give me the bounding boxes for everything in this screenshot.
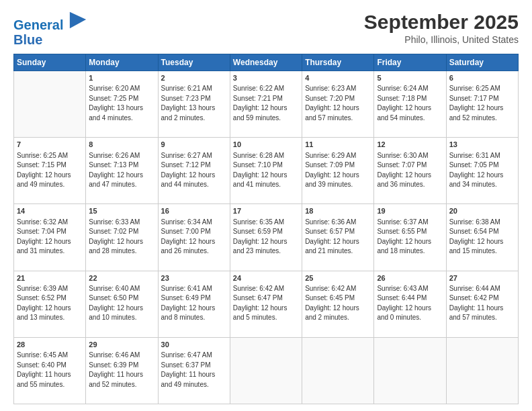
day-info: Sunrise: 6:41 AMSunset: 6:49 PMDaylight:… — [161, 284, 227, 323]
day-cell: 29Sunrise: 6:46 AMSunset: 6:39 PMDayligh… — [86, 337, 158, 404]
day-cell: 14Sunrise: 6:32 AMSunset: 7:04 PMDayligh… — [14, 204, 86, 271]
day-info: Sunrise: 6:20 AMSunset: 7:25 PMDaylight:… — [89, 84, 154, 123]
day-cell: 20Sunrise: 6:38 AMSunset: 6:54 PMDayligh… — [446, 204, 518, 271]
day-number: 2 — [161, 73, 227, 83]
day-info: Sunrise: 6:30 AMSunset: 7:07 PMDaylight:… — [377, 151, 443, 190]
day-number: 8 — [89, 140, 154, 150]
day-cell: 11Sunrise: 6:29 AMSunset: 7:09 PMDayligh… — [302, 138, 374, 204]
day-cell: 8Sunrise: 6:26 AMSunset: 7:13 PMDaylight… — [86, 138, 158, 204]
page: General Blue September 2025 Philo, Illin… — [0, 0, 532, 411]
day-number: 15 — [89, 206, 154, 216]
day-number: 5 — [377, 73, 443, 83]
day-number: 13 — [449, 140, 515, 150]
day-number: 25 — [305, 273, 371, 283]
day-number: 23 — [161, 273, 227, 283]
day-info: Sunrise: 6:31 AMSunset: 7:05 PMDaylight:… — [449, 151, 515, 190]
day-info: Sunrise: 6:28 AMSunset: 7:10 PMDaylight:… — [233, 151, 299, 190]
day-cell: 2Sunrise: 6:21 AMSunset: 7:23 PMDaylight… — [158, 71, 230, 138]
day-number: 30 — [161, 340, 227, 350]
day-info: Sunrise: 6:29 AMSunset: 7:09 PMDaylight:… — [305, 151, 371, 190]
calendar-table: SundayMondayTuesdayWednesdayThursdayFrid… — [13, 54, 519, 404]
day-info: Sunrise: 6:36 AMSunset: 6:57 PMDaylight:… — [305, 218, 371, 257]
day-number: 20 — [449, 206, 515, 216]
day-cell: 21Sunrise: 6:39 AMSunset: 6:52 PMDayligh… — [14, 271, 86, 337]
day-cell — [374, 337, 446, 404]
day-cell: 28Sunrise: 6:45 AMSunset: 6:40 PMDayligh… — [14, 337, 86, 404]
day-number: 18 — [305, 206, 371, 216]
header: General Blue September 2025 Philo, Illin… — [13, 11, 519, 47]
day-info: Sunrise: 6:27 AMSunset: 7:12 PMDaylight:… — [161, 151, 227, 190]
day-number: 16 — [161, 206, 227, 216]
day-number: 19 — [377, 206, 443, 216]
day-info: Sunrise: 6:26 AMSunset: 7:13 PMDaylight:… — [89, 151, 154, 190]
day-info: Sunrise: 6:35 AMSunset: 6:59 PMDaylight:… — [233, 218, 299, 257]
day-number: 7 — [17, 140, 83, 150]
day-cell — [230, 337, 302, 404]
day-number: 14 — [17, 206, 83, 216]
day-info: Sunrise: 6:47 AMSunset: 6:37 PMDaylight:… — [161, 351, 227, 390]
day-number: 17 — [233, 206, 299, 216]
week-row-3: 21Sunrise: 6:39 AMSunset: 6:52 PMDayligh… — [14, 271, 519, 337]
day-info: Sunrise: 6:33 AMSunset: 7:02 PMDaylight:… — [89, 218, 154, 257]
day-number: 24 — [233, 273, 299, 283]
day-header-sunday: Sunday — [14, 54, 86, 71]
day-cell: 13Sunrise: 6:31 AMSunset: 7:05 PMDayligh… — [446, 138, 518, 204]
day-cell: 7Sunrise: 6:25 AMSunset: 7:15 PMDaylight… — [14, 138, 86, 204]
svg-marker-0 — [70, 12, 86, 28]
day-number: 3 — [233, 73, 299, 83]
day-number: 27 — [449, 273, 515, 283]
day-info: Sunrise: 6:45 AMSunset: 6:40 PMDaylight:… — [17, 351, 83, 390]
day-cell: 18Sunrise: 6:36 AMSunset: 6:57 PMDayligh… — [302, 204, 374, 271]
day-cell: 10Sunrise: 6:28 AMSunset: 7:10 PMDayligh… — [230, 138, 302, 204]
day-info: Sunrise: 6:25 AMSunset: 7:17 PMDaylight:… — [449, 84, 515, 123]
month-title: September 2025 — [364, 11, 519, 33]
day-info: Sunrise: 6:42 AMSunset: 6:45 PMDaylight:… — [305, 284, 371, 323]
day-cell — [446, 337, 518, 404]
day-cell: 24Sunrise: 6:42 AMSunset: 6:47 PMDayligh… — [230, 271, 302, 337]
day-info: Sunrise: 6:22 AMSunset: 7:21 PMDaylight:… — [233, 84, 299, 123]
day-cell: 23Sunrise: 6:41 AMSunset: 6:49 PMDayligh… — [158, 271, 230, 337]
day-number: 29 — [89, 340, 154, 350]
day-cell — [302, 337, 374, 404]
day-info: Sunrise: 6:25 AMSunset: 7:15 PMDaylight:… — [17, 151, 83, 190]
day-info: Sunrise: 6:34 AMSunset: 7:00 PMDaylight:… — [161, 218, 227, 257]
logo: General Blue — [13, 11, 87, 47]
day-header-wednesday: Wednesday — [230, 54, 302, 71]
day-number: 6 — [449, 73, 515, 83]
day-info: Sunrise: 6:38 AMSunset: 6:54 PMDaylight:… — [449, 218, 515, 257]
logo-general: General — [13, 17, 63, 32]
day-info: Sunrise: 6:21 AMSunset: 7:23 PMDaylight:… — [161, 84, 227, 123]
day-number: 28 — [17, 340, 83, 350]
day-cell: 16Sunrise: 6:34 AMSunset: 7:00 PMDayligh… — [158, 204, 230, 271]
day-number: 10 — [233, 140, 299, 150]
day-info: Sunrise: 6:43 AMSunset: 6:44 PMDaylight:… — [377, 284, 443, 323]
day-number: 4 — [305, 73, 371, 83]
day-cell: 15Sunrise: 6:33 AMSunset: 7:02 PMDayligh… — [86, 204, 158, 271]
day-number: 26 — [377, 273, 443, 283]
day-number: 11 — [305, 140, 371, 150]
day-number: 12 — [377, 140, 443, 150]
location: Philo, Illinois, United States — [364, 34, 519, 45]
day-cell: 30Sunrise: 6:47 AMSunset: 6:37 PMDayligh… — [158, 337, 230, 404]
day-header-monday: Monday — [86, 54, 158, 71]
day-cell: 19Sunrise: 6:37 AMSunset: 6:55 PMDayligh… — [374, 204, 446, 271]
logo-icon — [69, 11, 87, 30]
day-header-saturday: Saturday — [446, 54, 518, 71]
day-cell — [14, 71, 86, 138]
title-block: September 2025 Philo, Illinois, United S… — [364, 11, 519, 45]
day-number: 21 — [17, 273, 83, 283]
day-number: 9 — [161, 140, 227, 150]
day-info: Sunrise: 6:37 AMSunset: 6:55 PMDaylight:… — [377, 218, 443, 257]
day-cell: 25Sunrise: 6:42 AMSunset: 6:45 PMDayligh… — [302, 271, 374, 337]
day-header-friday: Friday — [374, 54, 446, 71]
day-header-tuesday: Tuesday — [158, 54, 230, 71]
day-cell: 1Sunrise: 6:20 AMSunset: 7:25 PMDaylight… — [86, 71, 158, 138]
week-row-4: 28Sunrise: 6:45 AMSunset: 6:40 PMDayligh… — [14, 337, 519, 404]
day-cell: 22Sunrise: 6:40 AMSunset: 6:50 PMDayligh… — [86, 271, 158, 337]
day-cell: 9Sunrise: 6:27 AMSunset: 7:12 PMDaylight… — [158, 138, 230, 204]
day-cell: 26Sunrise: 6:43 AMSunset: 6:44 PMDayligh… — [374, 271, 446, 337]
day-cell: 5Sunrise: 6:24 AMSunset: 7:18 PMDaylight… — [374, 71, 446, 138]
day-info: Sunrise: 6:39 AMSunset: 6:52 PMDaylight:… — [17, 284, 83, 323]
day-cell: 4Sunrise: 6:23 AMSunset: 7:20 PMDaylight… — [302, 71, 374, 138]
day-info: Sunrise: 6:40 AMSunset: 6:50 PMDaylight:… — [89, 284, 154, 323]
